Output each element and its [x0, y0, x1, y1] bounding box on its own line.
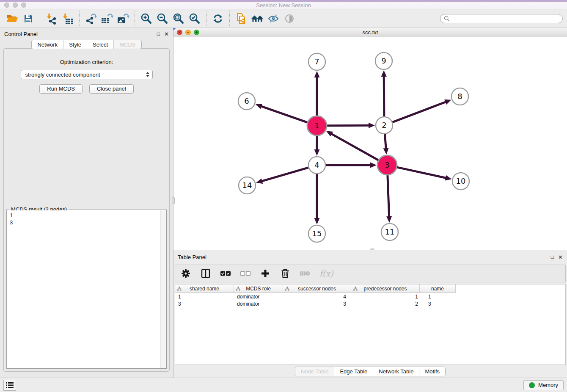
table-settings-button[interactable]	[180, 268, 191, 279]
column-header-successor-nodes[interactable]: successor nodes	[283, 284, 351, 293]
mcds-result-area[interactable]: 1 3	[7, 210, 160, 368]
run-mcds-button[interactable]: Run MCDS	[39, 84, 83, 94]
graph-edge-4-14[interactable]	[261, 168, 308, 182]
import-network-button[interactable]	[45, 12, 58, 25]
export-network-button[interactable]	[84, 12, 98, 25]
graph-edge-3-10[interactable]	[397, 167, 447, 178]
tab-select[interactable]: Select	[87, 40, 113, 49]
graph-edge-3-11[interactable]	[388, 175, 389, 218]
table-cell: 3	[175, 300, 234, 307]
criterion-select[interactable]: strongly connected component	[21, 70, 153, 79]
search-input[interactable]	[452, 15, 559, 22]
control-panel-close-icon[interactable]: ✕	[164, 31, 169, 37]
columns-icon	[201, 268, 211, 279]
delete-column-button[interactable]	[280, 268, 291, 279]
zoom-selected-button[interactable]	[188, 12, 201, 25]
eye-disabled-icon	[284, 14, 295, 24]
open-file-button[interactable]	[6, 12, 19, 25]
graph-node-label-7: 7	[314, 57, 319, 66]
deselect-all-button[interactable]	[240, 268, 251, 279]
hide-selected-button[interactable]	[267, 12, 280, 25]
node-table[interactable]: shared nameMCDS rolesuccessor nodesprede…	[175, 284, 566, 365]
search-field[interactable]	[440, 14, 563, 23]
tab-network[interactable]: Network	[32, 40, 63, 49]
table-cell: dominator	[234, 300, 283, 307]
column-header-name[interactable]: name	[420, 284, 456, 293]
select-all-button[interactable]	[220, 268, 231, 279]
refresh-view-button[interactable]	[211, 12, 225, 25]
toolbar-separator	[206, 11, 206, 26]
show-hidden-button[interactable]	[283, 12, 296, 25]
table-row[interactable]: 1dominator411	[175, 293, 565, 300]
save-session-button[interactable]	[22, 12, 35, 25]
column-header-shared-name[interactable]: shared name	[175, 284, 234, 293]
graph-node-label-14: 14	[242, 181, 252, 190]
graph-arrowhead	[314, 218, 320, 224]
delete-table-icon	[300, 270, 311, 277]
main-area: Control Panel □ ✕ NetworkStyleSelectMCDS…	[0, 28, 567, 378]
graph-arrowhead	[314, 71, 320, 77]
list-icon	[6, 382, 14, 389]
graph-arrowhead	[444, 99, 451, 105]
table-toolbar: f(x)	[175, 265, 566, 282]
table-row[interactable]: 3dominator323	[175, 300, 565, 307]
graph-node-label-4: 4	[314, 160, 319, 169]
graph-edge-1-2[interactable]	[327, 125, 370, 126]
export-table-icon	[101, 13, 113, 25]
graph-edge-3-1[interactable]	[330, 133, 378, 160]
graph-arrowhead	[369, 123, 375, 128]
table-panel-close-icon[interactable]: ✕	[558, 254, 563, 260]
zoom-out-button[interactable]	[156, 12, 169, 25]
graph-node-label-2: 2	[382, 121, 386, 130]
save-icon	[23, 14, 33, 24]
graph-node-label-10: 10	[456, 177, 466, 185]
import-table-icon	[62, 13, 74, 25]
table-tab-motifs[interactable]: Motifs	[419, 367, 445, 376]
column-header-predecessor-nodes[interactable]: predecessor nodes	[351, 284, 420, 293]
export-table-button[interactable]	[100, 12, 114, 25]
memory-status-icon	[529, 382, 535, 388]
graph-edge-2-9[interactable]	[384, 75, 384, 116]
graph-arrowhead	[386, 216, 392, 223]
memory-button[interactable]: Memory	[523, 380, 564, 390]
status-bar: Memory	[0, 378, 567, 392]
show-column-panel-button[interactable]	[200, 268, 211, 279]
criterion-select-value: strongly connected component	[25, 72, 146, 78]
show-all-networks-button[interactable]	[250, 12, 264, 25]
create-column-button[interactable]	[260, 268, 271, 279]
export-image-button[interactable]	[116, 12, 130, 25]
control-panel-float-icon[interactable]: □	[157, 31, 160, 37]
import-table-button[interactable]	[61, 12, 74, 25]
select-stepper-icon	[146, 72, 149, 77]
graph-edge-1-6[interactable]	[260, 106, 307, 122]
table-tab-edge-table[interactable]: Edge Table	[334, 367, 373, 376]
zoom-in-button[interactable]	[140, 12, 153, 25]
network-graph[interactable]: 7968124314101511	[173, 37, 567, 251]
table-cell: 1	[351, 293, 420, 300]
graph-edge-2-8[interactable]	[393, 102, 447, 122]
table-tab-node-table[interactable]: Node Table	[295, 367, 334, 376]
task-history-button[interactable]	[3, 380, 16, 391]
tab-mcds[interactable]: MCDS	[113, 40, 141, 49]
network-splitter-handle[interactable]	[370, 248, 374, 250]
gear-icon	[181, 268, 191, 279]
export-image-icon	[117, 13, 129, 25]
network-window: scc.txt × − + 7968124314101511	[173, 28, 567, 251]
mcds-result-scrollbar[interactable]	[160, 210, 166, 368]
close-panel-button[interactable]: Close panel	[89, 84, 134, 94]
column-header-MCDS-role[interactable]: MCDS role	[234, 284, 283, 293]
network-canvas[interactable]: 7968124314101511	[173, 37, 567, 251]
graph-edge-2-3[interactable]	[385, 134, 386, 150]
houses-icon	[251, 13, 264, 24]
table-cell: 1	[420, 293, 456, 300]
window-title: Session: New Session	[0, 2, 567, 8]
table-panel-float-icon[interactable]: □	[551, 254, 554, 260]
zoom-fit-button[interactable]	[172, 12, 185, 25]
table-tab-network-table[interactable]: Network Table	[373, 367, 419, 376]
tab-style[interactable]: Style	[63, 40, 87, 49]
panel-splitter-handle[interactable]	[172, 197, 175, 204]
copy-network-button[interactable]	[234, 12, 248, 25]
network-window-titlebar[interactable]: scc.txt × − +	[173, 28, 567, 37]
table-panel-title: Table Panel	[178, 254, 206, 260]
search-icon	[444, 16, 450, 22]
